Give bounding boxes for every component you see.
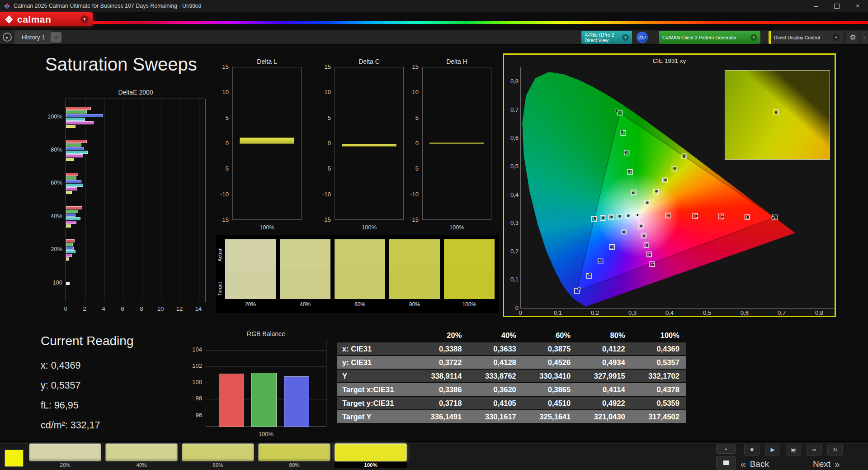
y-tick-label: 15 bbox=[211, 63, 229, 71]
deltae-bar bbox=[66, 125, 75, 128]
refresh-button[interactable]: ↻ bbox=[827, 444, 843, 456]
measured-marker-cyan bbox=[627, 214, 630, 217]
current-reading-title: Current Reading bbox=[41, 334, 133, 348]
close-icon: × bbox=[856, 2, 859, 9]
y-tick-label: 104 bbox=[184, 346, 202, 353]
actual-swatch bbox=[389, 239, 440, 269]
swatch-column: 40% bbox=[280, 239, 330, 308]
meter-dropdown[interactable]: X-Rite i1Pro 2 Direct View ▼ bbox=[581, 31, 632, 44]
calman-app-window: Calman 2025 Calman Ultimate for Business… bbox=[0, 0, 868, 470]
patch-button-100%[interactable]: 100% bbox=[335, 443, 407, 468]
actual-row-label: Actual bbox=[217, 240, 224, 270]
y-tick-label: 15 bbox=[313, 63, 331, 71]
panel-collapse-button[interactable]: « bbox=[861, 31, 868, 44]
current-patch-preview bbox=[5, 450, 24, 467]
deltae-bar bbox=[66, 239, 75, 242]
stop-button[interactable]: ■ bbox=[744, 444, 760, 456]
table-row: Target Y336,1491330,1617325,1641321,0430… bbox=[337, 410, 686, 423]
pattern-generator-label: CalMAN Client 3 Pattern Generator bbox=[662, 35, 737, 40]
deltae-bar bbox=[66, 158, 74, 161]
history-nav-button[interactable]: ▸ bbox=[3, 33, 12, 42]
patch-button-20%[interactable]: 20% bbox=[29, 443, 101, 468]
y-tick-label: -15 bbox=[211, 216, 229, 223]
y-tick-label: 0 bbox=[313, 139, 331, 147]
patch-button-80%[interactable]: 80% bbox=[258, 443, 330, 468]
settings-button[interactable]: ⚙ bbox=[846, 31, 859, 44]
y-tick-label: 60% bbox=[42, 179, 62, 186]
measured-marker-yellow bbox=[655, 190, 658, 193]
link-button[interactable]: ∞ bbox=[807, 444, 822, 456]
swatch-label: 100% bbox=[444, 301, 495, 308]
window-icon bbox=[723, 461, 729, 465]
tab-history-1[interactable]: History 1 bbox=[14, 30, 52, 44]
swatch-column: 100% bbox=[444, 239, 495, 308]
y-tick-label: 0,1 bbox=[506, 275, 519, 283]
measured-marker-cyan bbox=[594, 217, 597, 220]
measured-marker-green bbox=[628, 170, 631, 173]
patch-scroll-up-button[interactable]: ▲ bbox=[716, 444, 736, 454]
table-value-cell: 0,4128 bbox=[468, 358, 522, 367]
pattern-window-button[interactable] bbox=[716, 456, 736, 470]
swatch-column: 20% bbox=[225, 239, 276, 308]
measured-marker-magenta bbox=[648, 253, 651, 256]
next-button[interactable]: Next » bbox=[813, 458, 840, 470]
x-tick-label: 0 bbox=[60, 305, 71, 313]
table-row: x: CIE310,33880,36330,38750,41220,4369 bbox=[337, 342, 686, 355]
y-tick-label: -15 bbox=[313, 216, 331, 223]
deltae-bar bbox=[66, 247, 74, 250]
measured-marker-magenta bbox=[651, 263, 654, 266]
rgb-plot-area bbox=[206, 339, 326, 427]
delta-l-plot-area bbox=[232, 67, 302, 220]
x-axis-label: 100% bbox=[206, 430, 326, 438]
measurement-count-badge[interactable]: 237 bbox=[637, 32, 648, 43]
target-swatch bbox=[225, 269, 276, 299]
save-button[interactable]: ▣ bbox=[786, 444, 801, 456]
table-value-cell: 332,1702 bbox=[632, 372, 686, 380]
x-tick-label: 14 bbox=[193, 305, 204, 313]
table-value-cell: 0,3386 bbox=[414, 385, 468, 394]
y-tick-label: -10 bbox=[211, 190, 229, 198]
display-control-dropdown[interactable]: Direct Display Control ▼ bbox=[769, 31, 843, 44]
add-tab-button[interactable]: + bbox=[51, 32, 61, 43]
table-value-cell: 336,1491 bbox=[414, 413, 468, 421]
calman-menu-button[interactable]: calman ▼ bbox=[0, 12, 93, 26]
delta-l-chart: Delta L 100% 151050-5-10-15 bbox=[211, 58, 303, 234]
maximize-button[interactable] bbox=[826, 0, 847, 12]
y-tick-label: 10 bbox=[313, 88, 331, 96]
table-value-cell: 0,5359 bbox=[632, 399, 686, 408]
table-value-cell: 321,0430 bbox=[577, 413, 631, 421]
x-tick-label: 0,7 bbox=[775, 309, 788, 317]
play-button[interactable]: ▶ bbox=[765, 444, 780, 456]
x-tick-label: 0,8 bbox=[813, 309, 826, 317]
delta-h-plot-area bbox=[422, 67, 491, 220]
minimize-button[interactable]: – bbox=[806, 0, 826, 12]
target-swatch bbox=[389, 269, 440, 299]
patch-button-40%[interactable]: 40% bbox=[105, 443, 178, 468]
y-tick-label: 96 bbox=[184, 411, 202, 419]
column-header: 100% bbox=[632, 331, 686, 340]
rgb-bar bbox=[219, 374, 244, 427]
chevron-down-icon: ▼ bbox=[833, 34, 840, 41]
patch-color bbox=[335, 443, 407, 461]
measured-marker-magenta bbox=[640, 224, 643, 228]
deltae-plot-area bbox=[66, 99, 206, 302]
pattern-generator-dropdown[interactable]: CalMAN Client 3 Pattern Generator ▼ bbox=[659, 31, 760, 44]
deltae-bar bbox=[66, 173, 78, 176]
back-button[interactable]: « Back bbox=[741, 458, 769, 470]
deltae-bar bbox=[66, 191, 72, 194]
table-value-cell: 333,8762 bbox=[468, 372, 522, 380]
y-tick-label: 102 bbox=[184, 362, 202, 370]
table-value-cell: 325,1641 bbox=[523, 413, 577, 421]
chart-title: RGB Balance bbox=[206, 330, 326, 337]
table-value-cell: 0,4114 bbox=[577, 385, 631, 394]
gear-icon: ⚙ bbox=[849, 33, 856, 42]
patch-strip: 20%40%60%80%100% bbox=[29, 443, 407, 468]
measured-marker-red bbox=[695, 214, 698, 218]
y-tick-label: -10 bbox=[313, 190, 331, 198]
actual-swatch bbox=[280, 239, 330, 269]
close-button[interactable]: × bbox=[847, 0, 868, 12]
measured-marker-red bbox=[746, 216, 750, 219]
patch-button-60%[interactable]: 60% bbox=[182, 443, 254, 468]
y-tick-label: 0 bbox=[506, 304, 519, 312]
deltae-bar bbox=[66, 147, 84, 150]
